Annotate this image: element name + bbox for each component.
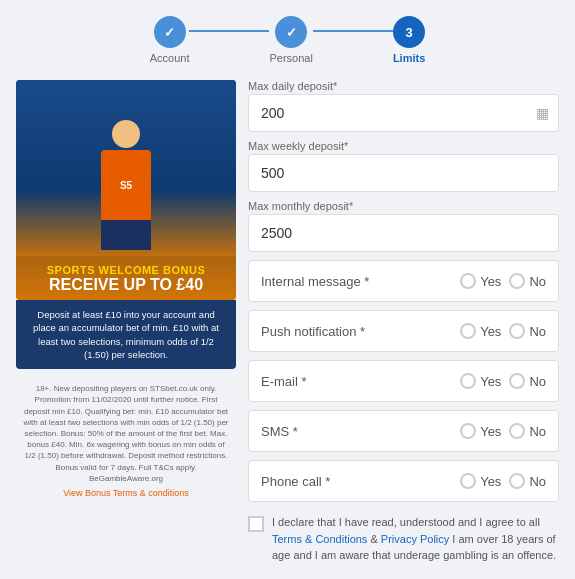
phone-call-yes-label: Yes bbox=[480, 474, 501, 489]
connector-1 bbox=[189, 30, 269, 32]
monthly-deposit-group: Max monthly deposit* bbox=[248, 200, 559, 252]
email-yes-label: Yes bbox=[480, 374, 501, 389]
step-limits-circle: 3 bbox=[393, 16, 425, 48]
sms-no[interactable]: No bbox=[509, 423, 546, 439]
step-limits-label: Limits bbox=[393, 52, 425, 64]
phone-call-row: Phone call * Yes No bbox=[248, 460, 559, 502]
sms-yes[interactable]: Yes bbox=[460, 423, 501, 439]
player-body bbox=[101, 150, 151, 220]
sms-label: SMS * bbox=[261, 424, 460, 439]
daily-deposit-input[interactable] bbox=[248, 94, 559, 132]
phone-call-no-label: No bbox=[529, 474, 546, 489]
promo-title: SPORTS WELCOME BONUS bbox=[24, 264, 228, 276]
sms-yes-label: Yes bbox=[480, 424, 501, 439]
sms-yes-radio[interactable] bbox=[460, 423, 476, 439]
connector-2 bbox=[313, 30, 393, 32]
phone-call-yes-radio[interactable] bbox=[460, 473, 476, 489]
promo-desc: Deposit at least £10 into your account a… bbox=[16, 300, 236, 369]
internal-message-yes-radio[interactable] bbox=[460, 273, 476, 289]
sms-no-label: No bbox=[529, 424, 546, 439]
internal-message-no-radio[interactable] bbox=[509, 273, 525, 289]
step-account: ✓ Account bbox=[150, 16, 190, 64]
declaration-text-and: & bbox=[367, 533, 380, 545]
internal-message-no-label: No bbox=[529, 274, 546, 289]
declaration-checkbox[interactable] bbox=[248, 516, 264, 532]
terms-section: 18+. New depositing players on STSbet.co… bbox=[16, 377, 236, 504]
internal-message-label: Internal message * bbox=[261, 274, 460, 289]
push-notification-row: Push notification * Yes No bbox=[248, 310, 559, 352]
daily-deposit-label: Max daily deposit* bbox=[248, 80, 559, 92]
privacy-policy-link[interactable]: Privacy Policy bbox=[381, 533, 449, 545]
step-personal-circle: ✓ bbox=[275, 16, 307, 48]
phone-call-no[interactable]: No bbox=[509, 473, 546, 489]
step-account-label: Account bbox=[150, 52, 190, 64]
push-notification-yes-label: Yes bbox=[480, 324, 501, 339]
email-label: E-mail * bbox=[261, 374, 460, 389]
email-options: Yes No bbox=[460, 373, 546, 389]
monthly-deposit-input[interactable] bbox=[248, 214, 559, 252]
terms-conditions-link[interactable]: Terms & Conditions bbox=[272, 533, 367, 545]
promo-image: SPORTS WELCOME BONUS RECEIVE UP TO £40 bbox=[16, 80, 236, 300]
sms-options: Yes No bbox=[460, 423, 546, 439]
push-notification-options: Yes No bbox=[460, 323, 546, 339]
internal-message-yes[interactable]: Yes bbox=[460, 273, 501, 289]
sms-no-radio[interactable] bbox=[509, 423, 525, 439]
weekly-deposit-group: Max weekly deposit* bbox=[248, 140, 559, 192]
push-notification-label: Push notification * bbox=[261, 324, 460, 339]
player-figure bbox=[86, 120, 166, 250]
weekly-deposit-label: Max weekly deposit* bbox=[248, 140, 559, 152]
internal-message-options: Yes No bbox=[460, 273, 546, 289]
promo-amount: RECEIVE UP TO £40 bbox=[24, 276, 228, 294]
step-limits: 3 Limits bbox=[393, 16, 425, 64]
phone-call-yes[interactable]: Yes bbox=[460, 473, 501, 489]
daily-deposit-wrapper: ▦ bbox=[248, 94, 559, 132]
player-legs bbox=[101, 220, 151, 250]
declaration-text-plain: I declare that I have read, understood a… bbox=[272, 516, 540, 528]
push-notification-no-radio[interactable] bbox=[509, 323, 525, 339]
player-head bbox=[112, 120, 140, 148]
page-container: ✓ Account ✓ Personal 3 Limits bbox=[0, 0, 575, 579]
step-personal-label: Personal bbox=[269, 52, 312, 64]
email-yes-radio[interactable] bbox=[460, 373, 476, 389]
declaration-text: I declare that I have read, understood a… bbox=[272, 514, 559, 564]
email-no-radio[interactable] bbox=[509, 373, 525, 389]
promo-text-block: SPORTS WELCOME BONUS RECEIVE UP TO £40 bbox=[16, 256, 236, 300]
monthly-deposit-label: Max monthly deposit* bbox=[248, 200, 559, 212]
step-account-circle: ✓ bbox=[154, 16, 186, 48]
sms-row: SMS * Yes No bbox=[248, 410, 559, 452]
declaration-checkbox-row: I declare that I have read, understood a… bbox=[248, 510, 559, 568]
internal-message-no[interactable]: No bbox=[509, 273, 546, 289]
internal-message-row: Internal message * Yes No bbox=[248, 260, 559, 302]
push-notification-yes-radio[interactable] bbox=[460, 323, 476, 339]
email-no-label: No bbox=[529, 374, 546, 389]
terms-link[interactable]: View Bonus Terms & conditions bbox=[22, 488, 230, 498]
promo-description: Deposit at least £10 into your account a… bbox=[26, 308, 226, 361]
stepper: ✓ Account ✓ Personal 3 Limits bbox=[16, 16, 559, 64]
push-notification-no-label: No bbox=[529, 324, 546, 339]
push-notification-yes[interactable]: Yes bbox=[460, 323, 501, 339]
terms-small-text: 18+. New depositing players on STSbet.co… bbox=[22, 383, 230, 484]
email-no[interactable]: No bbox=[509, 373, 546, 389]
weekly-deposit-input[interactable] bbox=[248, 154, 559, 192]
push-notification-no[interactable]: No bbox=[509, 323, 546, 339]
email-yes[interactable]: Yes bbox=[460, 373, 501, 389]
phone-call-options: Yes No bbox=[460, 473, 546, 489]
step-personal: ✓ Personal bbox=[269, 16, 312, 64]
main-layout: SPORTS WELCOME BONUS RECEIVE UP TO £40 D… bbox=[16, 80, 559, 579]
calendar-icon: ▦ bbox=[536, 105, 549, 121]
left-panel: SPORTS WELCOME BONUS RECEIVE UP TO £40 D… bbox=[16, 80, 236, 579]
daily-deposit-group: Max daily deposit* ▦ bbox=[248, 80, 559, 132]
internal-message-yes-label: Yes bbox=[480, 274, 501, 289]
phone-call-no-radio[interactable] bbox=[509, 473, 525, 489]
right-panel: Max daily deposit* ▦ Max weekly deposit*… bbox=[248, 80, 559, 579]
email-row: E-mail * Yes No bbox=[248, 360, 559, 402]
phone-call-label: Phone call * bbox=[261, 474, 460, 489]
